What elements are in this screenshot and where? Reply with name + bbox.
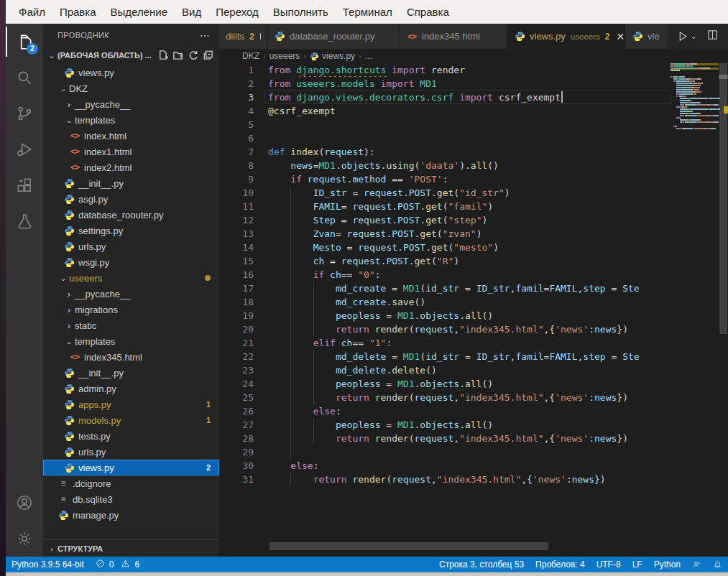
tree-item-apps.py[interactable]: apps.py1 (43, 396, 219, 412)
more-actions-icon[interactable]: ⋯ (200, 29, 211, 41)
problems-status[interactable]: 0 6 (90, 557, 149, 572)
code-line-15[interactable]: 15 ch = request.POST.get("R") (219, 254, 719, 268)
cursor-position-status[interactable]: Строка 3, столбец 53 (433, 557, 530, 572)
code-line-26[interactable]: 26 else: (219, 404, 719, 418)
tree-item-database_roouter.py[interactable]: database_roouter.py (43, 207, 219, 223)
breadcrumb-item-...[interactable]: ... (365, 51, 372, 61)
tree-item-__pycache__[interactable]: ›__pycache__ (43, 96, 219, 112)
tree-item-migrations[interactable]: ›migrations (43, 302, 219, 317)
tree-item-DKZ[interactable]: ⌄DKZ (43, 80, 219, 96)
menu-item-6[interactable]: Выполнить (266, 0, 336, 24)
breadcrumb-item-views.py[interactable]: views.py (310, 51, 355, 61)
menu-item-1[interactable]: Файл (11, 0, 52, 24)
tree-item-templates[interactable]: ⌄templates (43, 112, 219, 128)
tree-item-index.html[interactable]: <>index.html (43, 128, 219, 144)
close-icon[interactable]: ✕ (616, 32, 625, 42)
tab-database_roouter.py[interactable]: database_roouter.py (267, 24, 400, 49)
tree-item-__init__.py[interactable]: __init__.py (43, 175, 219, 191)
code-line-25[interactable]: 25 return render(request,"index345.html"… (219, 391, 719, 404)
python-interpreter-status[interactable]: Python 3.9.5 64-bit (6, 557, 90, 572)
tree-item-index2.html[interactable]: <>index2.html (43, 159, 219, 175)
tree-item-urls.py[interactable]: urls.py (43, 444, 219, 460)
code-line-20[interactable]: 20 return render(request,"index345.html"… (219, 322, 719, 336)
tree-item-models.py[interactable]: models.py1 (43, 412, 219, 428)
new-folder-icon[interactable] (172, 50, 183, 62)
menu-item-8[interactable]: Справка (400, 0, 456, 24)
tab-diiits[interactable]: diiits2 (219, 24, 267, 49)
code-line-27[interactable]: 27 peopless = MD1.objects.all() (219, 418, 719, 432)
code-line-23[interactable]: 23 md_delete.delete() (219, 363, 719, 377)
tree-item-static[interactable]: ›static (43, 317, 219, 333)
code-line-19[interactable]: 19 peopless = MD1.objects.all() (219, 309, 719, 322)
tree-item-useeers[interactable]: ⌄useeers (43, 270, 219, 286)
code-line-5[interactable]: 5 (219, 118, 719, 131)
collapse-all-icon[interactable] (203, 50, 213, 62)
tree-item-views.py[interactable]: views.py (43, 65, 219, 80)
code-line-17[interactable]: 17 md_create = MD1(id_str = ID_str,famil… (219, 282, 719, 295)
tree-item-admin.py[interactable]: admin.py (43, 381, 219, 396)
code-line-2[interactable]: 2from useeers.models import MD1 (219, 77, 719, 90)
tree-item-index1.html[interactable]: <>index1.html (43, 144, 219, 159)
feedback-icon[interactable] (686, 557, 707, 572)
code-line-6[interactable]: 6 (219, 131, 719, 145)
menu-item-5[interactable]: Переход (208, 0, 266, 24)
code-line-31[interactable]: 31 return render(request,"index345.html"… (219, 473, 719, 486)
run-python-button[interactable]: ⌄ (677, 30, 696, 42)
tree-item-views.py[interactable]: views.py2 (43, 460, 219, 475)
code-line-9[interactable]: 9 if request.method == 'POST': (219, 172, 719, 186)
tree-item-tests.py[interactable]: tests.py (43, 428, 219, 444)
tab-vie[interactable]: vie (625, 24, 668, 49)
code-line-3[interactable]: 3from django.views.decorators.csrf impor… (219, 90, 719, 104)
code-line-22[interactable]: 22 md_delete = MD1(id_str = ID_str,famil… (219, 350, 719, 363)
outline-section-header[interactable]: › СТРУКТУРА (43, 539, 219, 557)
notifications-bell-icon[interactable] (707, 557, 728, 572)
menu-item-7[interactable]: Терминал (336, 0, 400, 24)
new-file-icon[interactable] (157, 50, 168, 62)
vertical-scrollbar-thumb[interactable] (719, 63, 727, 334)
activity-account-icon[interactable] (6, 485, 43, 521)
minimap[interactable] (671, 63, 719, 557)
code-line-12[interactable]: 12 Step = request.POST.get("step") (219, 213, 719, 227)
overview-ruler[interactable] (719, 63, 728, 557)
workspace-section-header[interactable]: ⌄ (РАБОЧАЯ ОБЛАСТЬ) ... (43, 46, 219, 65)
split-editor-button[interactable] (706, 29, 719, 44)
horizontal-scrollbar-thumb[interactable] (269, 542, 548, 550)
activity-run-debug-icon[interactable] (6, 131, 43, 167)
tree-item-urls.py[interactable]: urls.py (43, 238, 219, 254)
activity-extensions-icon[interactable] (6, 167, 43, 203)
activity-source-control-icon[interactable] (6, 96, 43, 131)
breadcrumb-item-DKZ[interactable]: DKZ (242, 51, 259, 61)
code-line-4[interactable]: 4@csrf_exempt (219, 104, 719, 118)
activity-settings-icon[interactable] (6, 521, 43, 557)
tab-index345.html[interactable]: <>index345.html (400, 24, 507, 49)
tree-item-__pycache__[interactable]: ›__pycache__ (43, 286, 219, 302)
tree-item-asgi.py[interactable]: asgi.py (43, 191, 219, 207)
code-line-28[interactable]: 28 return render(request,"index345.html"… (219, 432, 719, 445)
code-line-13[interactable]: 13 Zvan= request.POST.get("zvan") (219, 227, 719, 241)
code-line-18[interactable]: 18 md_create.save() (219, 295, 719, 309)
chevron-down-icon[interactable]: ⌄ (691, 32, 696, 40)
code-line-30[interactable]: 30 else: (219, 459, 719, 473)
tab-views.py[interactable]: views.pyuseeers2✕ (507, 24, 625, 49)
code-editor[interactable]: 1from django.shortcuts import render2fro… (219, 63, 728, 557)
code-line-14[interactable]: 14 Mesto = request.POST.get("mesto") (219, 241, 719, 254)
code-line-8[interactable]: 8 news=MD1.objects.using('daata').all() (219, 159, 719, 172)
tree-item-index345.html[interactable]: <>index345.html (43, 349, 219, 365)
tree-item-templates[interactable]: ⌄templates (43, 333, 219, 349)
tree-item-db.sqlite3[interactable]: ≡db.sqlite3 (43, 491, 219, 507)
breadcrumb-item-useeers[interactable]: useeers (269, 51, 300, 61)
tree-item-settings.py[interactable]: settings.py (43, 223, 219, 238)
code-line-7[interactable]: 7def index(request): (219, 145, 719, 159)
code-line-21[interactable]: 21 elif ch== "1": (219, 336, 719, 350)
activity-testing-icon[interactable] (6, 203, 43, 239)
code-line-24[interactable]: 24 peopless = MD1.objects.all() (219, 377, 719, 391)
refresh-icon[interactable] (188, 50, 198, 62)
code-line-10[interactable]: 10 ID_str = request.POST.get("id_str") (219, 186, 719, 200)
indentation-status[interactable]: Пробелов: 4 (530, 557, 591, 572)
tree-item-__init__.py[interactable]: __init__.py (43, 365, 219, 381)
code-line-29[interactable]: 29 (219, 445, 719, 459)
code-line-1[interactable]: 1from django.shortcuts import render (219, 63, 719, 77)
activity-explorer-icon[interactable]: 2 (6, 24, 43, 60)
code-line-11[interactable]: 11 FAMIL= request.POST.get("famil") (219, 200, 719, 213)
language-mode-status[interactable]: Python (648, 557, 686, 572)
